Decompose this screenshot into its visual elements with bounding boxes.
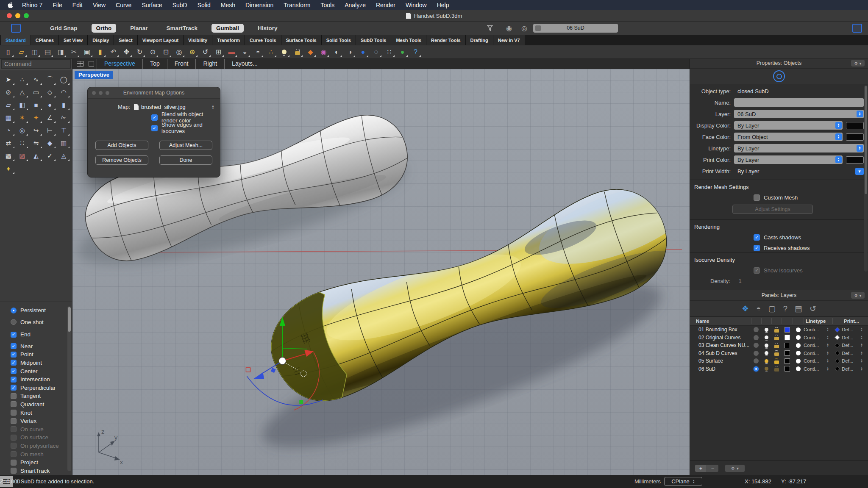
control-point-curve-icon[interactable]: ∿ (30, 74, 42, 85)
osnap-checkbox[interactable]: Near (0, 343, 72, 349)
layer-print-color-swatch[interactable] (835, 358, 840, 364)
osnap-checkbox[interactable]: Midpoint (0, 360, 72, 366)
zoom-window-icon[interactable] (24, 13, 29, 18)
layer-print-color-swatch[interactable] (835, 327, 840, 333)
layer-print-width[interactable]: Def... (842, 358, 860, 363)
layer-linetype[interactable]: Conti... (804, 343, 826, 348)
minimize-window-icon[interactable] (15, 13, 20, 18)
osnap-checkbox[interactable]: Point (0, 351, 72, 358)
layer-visibility-bulb-icon[interactable] (765, 351, 768, 355)
stepper-icon[interactable] (835, 133, 842, 140)
layer-row[interactable]: 02 Original Curves Conti... Def... (690, 334, 868, 342)
current-layer-indicator[interactable]: 06 SuD (533, 24, 618, 33)
mode-toggle[interactable]: Gumball (211, 24, 244, 33)
pan-view-icon[interactable]: ✥ (120, 47, 133, 58)
osnap-checkbox[interactable]: Intersection (0, 376, 72, 383)
osnap-checkbox[interactable]: Vertex (0, 418, 72, 424)
layer-color-swatch[interactable] (785, 350, 790, 356)
gumball-red-scale-handle[interactable] (246, 368, 250, 372)
open-file-icon[interactable]: ▱ (15, 47, 28, 58)
layer-visibility-bulb-icon[interactable] (765, 344, 768, 347)
sphere-tool-icon[interactable]: ● (44, 99, 56, 111)
property-field[interactable]: From Object (734, 133, 843, 141)
viewport-tab[interactable]: Perspective (97, 58, 142, 69)
viewport-tab[interactable]: Layouts... (224, 58, 265, 69)
delete-icon[interactable]: ▬ (225, 47, 238, 58)
dialog-traffic-lights[interactable] (92, 91, 109, 95)
menu-item[interactable]: Rhino 7 (17, 0, 47, 10)
layer-visibility-bulb-icon[interactable] (765, 367, 768, 371)
properties-gear-menu[interactable]: ⚙▾ (851, 60, 865, 67)
copy-array-icon[interactable]: ∷ (16, 137, 29, 149)
layer-lock-icon[interactable] (774, 329, 779, 333)
stepper-icon[interactable] (826, 359, 832, 363)
toolbar-tab[interactable]: Set View (59, 35, 88, 45)
layer-color-swatch[interactable] (785, 335, 790, 340)
box-tool-icon[interactable]: ■ (30, 99, 42, 111)
curve-boolean-icon[interactable]: ∠ (44, 112, 56, 123)
color-swatch[interactable] (846, 122, 864, 129)
cone-tool-icon[interactable]: ◬ (57, 150, 70, 161)
undo-icon[interactable]: ↶ (107, 47, 120, 58)
show-objects-icon[interactable]: ◓ (252, 47, 264, 58)
rotate-view-icon[interactable]: ↻ (134, 47, 146, 58)
zoom-dynamic-icon[interactable]: ⊙ (147, 47, 159, 58)
copy-icon[interactable]: ▣ (81, 47, 93, 58)
circle-tool-icon[interactable]: ◯ (57, 74, 70, 85)
property-field[interactable] (734, 98, 864, 107)
toolbar-tab[interactable]: Viewport Layout (138, 35, 184, 45)
toolbar-tab[interactable]: Mesh Tools (391, 35, 426, 45)
surface-tool-icon[interactable]: ▱ (2, 99, 15, 111)
extrude-tool-icon[interactable]: ⊤ (57, 125, 70, 136)
toolbar-tab[interactable]: Surface Tools (281, 35, 322, 45)
stepper-icon[interactable] (860, 327, 866, 332)
toolbar-tab[interactable]: Display (88, 35, 114, 45)
mode-toggle[interactable]: SmartTrack (162, 24, 203, 33)
lamp-render-icon[interactable] (278, 47, 290, 58)
menu-item[interactable]: Mesh (216, 0, 240, 10)
layer-print-color-swatch[interactable] (835, 335, 840, 340)
hide-objects-icon[interactable]: ◒ (239, 47, 251, 58)
four-view-layout-icon[interactable] (77, 61, 83, 67)
stepper-icon[interactable] (860, 351, 866, 355)
close-window-icon[interactable] (7, 13, 12, 18)
osnap-checkbox[interactable]: Center (0, 368, 72, 374)
dialog-button[interactable]: Adjust Mesh... (159, 141, 212, 150)
layer-row[interactable]: 05 Surface Conti... Def... (690, 357, 868, 365)
maximize-viewport-icon[interactable] (89, 61, 94, 67)
check-select-icon[interactable]: ✓ (44, 150, 56, 161)
osnap-checkbox[interactable]: Quadrant (0, 401, 72, 408)
viewport-tab[interactable]: Right (195, 58, 224, 69)
osnap-checkbox[interactable]: On mesh (0, 451, 72, 458)
toolbar-tab[interactable]: New in V7 (493, 35, 525, 45)
layer-visibility-bulb-icon[interactable] (765, 328, 768, 332)
stepper-icon[interactable] (826, 327, 832, 332)
render-icon[interactable]: ● (357, 47, 369, 58)
adjust-settings-button[interactable]: Adjust Settings (732, 205, 813, 214)
display-options-icon[interactable]: ◌ (370, 47, 382, 58)
stack-tool-icon[interactable]: ▥ (57, 137, 70, 149)
rectangle-tool-icon[interactable]: ▭ (30, 86, 42, 98)
layers-table-header[interactable]: Name Linetype Print... (690, 317, 868, 326)
rhino-options-icon[interactable]: ↺ (810, 304, 816, 313)
stepper-icon[interactable] (860, 367, 866, 371)
visibility-tool-icon[interactable]: ◭ (30, 150, 42, 161)
menu-item[interactable]: Transform (278, 0, 315, 10)
property-field[interactable]: closed SubD (734, 87, 864, 95)
viewport-canvas[interactable]: Perspective (72, 69, 690, 475)
layer-print-width[interactable]: Def... (842, 343, 860, 348)
mode-toggle[interactable]: History (253, 24, 282, 33)
help-icon[interactable]: ? (409, 47, 422, 58)
menu-item[interactable]: Edit (67, 0, 88, 10)
osnap-checkbox[interactable]: On polysurface (0, 443, 72, 449)
layers-gear-menu[interactable]: ⚙▾ (851, 292, 865, 299)
ellipse-tool-icon[interactable]: ⊘ (2, 86, 15, 98)
current-layer-radio[interactable] (754, 343, 759, 348)
toolbar-tab[interactable]: Standard (1, 35, 31, 45)
mode-toggle[interactable]: Ortho (92, 24, 117, 33)
select-tool-icon[interactable]: ➤ (2, 74, 15, 85)
custom-mesh-checkbox[interactable]: Custom Mesh (754, 194, 868, 201)
dialog-title-bar[interactable]: Environment Map Options (88, 87, 220, 99)
osnap-checkbox[interactable]: Perpendicular (0, 385, 72, 391)
notes-icon[interactable]: ▤ (795, 304, 802, 313)
